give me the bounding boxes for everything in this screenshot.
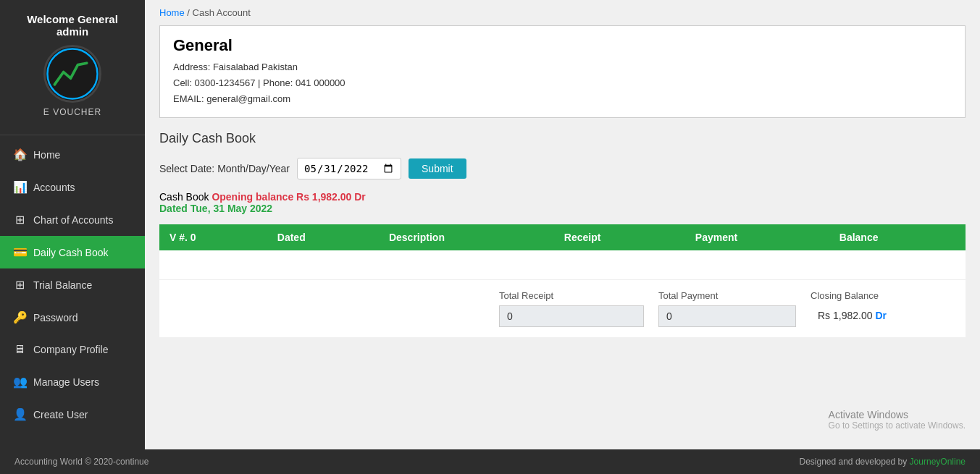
total-payment-col: Total Payment 0 [651, 290, 803, 327]
sidebar-divider [0, 135, 145, 135]
page-title: Daily Cash Book [159, 131, 966, 146]
filter-label: Select Date: Month/Day/Year [159, 163, 290, 174]
total-payment-label: Total Payment [658, 290, 796, 301]
logo [43, 45, 101, 103]
main-content: Home / Cash Account General Address: Fai… [145, 0, 980, 449]
closing-balance-col: Closing Balance Rs 1,982.00 Dr [803, 290, 955, 327]
sidebar-item-password-label: Password [33, 312, 78, 323]
opening-balance: Cash Book Opening balance Rs 1,982.00 Dr… [159, 191, 966, 214]
sidebar-item-home[interactable]: 🏠 Home [0, 138, 145, 171]
date-input[interactable] [297, 158, 401, 179]
breadcrumb-separator: / [187, 7, 190, 18]
company-profile-icon: 🖥 [13, 343, 26, 356]
total-receipt-value: 0 [499, 305, 644, 327]
sidebar-item-accounts[interactable]: 📊 Accounts [0, 171, 145, 203]
footer-right-text: Designed and developed by [799, 457, 909, 467]
filter-row: Select Date: Month/Day/Year Submit [159, 158, 966, 179]
sidebar-nav: 🏠 Home 📊 Accounts ⊞ Chart of Accounts 💳 … [0, 138, 145, 431]
col-payment: Payment [685, 224, 829, 250]
sidebar-item-create-user[interactable]: 👤 Create User [0, 398, 145, 431]
closing-balance-amount: Rs 1,982.00 [818, 310, 873, 321]
table-head: V #. 0 Dated Description Receipt Payment… [159, 224, 966, 250]
sidebar-item-password[interactable]: 🔑 Password [0, 301, 145, 334]
sidebar-item-manage-users[interactable]: 👥 Manage Users [0, 365, 145, 398]
total-receipt-label: Total Receipt [499, 290, 644, 301]
sidebar-header: Welcome General admin E VOUCHER [0, 0, 145, 132]
manage-users-icon: 👥 [13, 375, 26, 389]
col-description: Description [379, 224, 554, 250]
accounts-icon: 📊 [13, 180, 26, 194]
opening-balance-amount: Opening balance Rs 1,982.00 Dr [212, 191, 365, 203]
opening-balance-prefix: Cash Book [159, 191, 212, 203]
sidebar-item-trial-balance-label: Trial Balance [33, 279, 92, 291]
company-address: Address: Faisalabad Pakistan [173, 59, 952, 75]
footer-left: Accounting World © 2020-continue [14, 457, 148, 467]
sidebar-item-daily-cash-book-label: Daily Cash Book [33, 247, 109, 258]
table-row [159, 250, 966, 279]
submit-button[interactable]: Submit [409, 158, 466, 179]
sidebar-item-chart-of-accounts[interactable]: ⊞ Chart of Accounts [0, 203, 145, 236]
welcome-text: Welcome General admin [7, 13, 138, 38]
home-icon: 🏠 [13, 148, 26, 161]
breadcrumb-current: Cash Account [193, 7, 251, 18]
cash-book-icon: 💳 [13, 245, 26, 259]
sidebar: Welcome General admin E VOUCHER 🏠 Home 📊… [0, 0, 145, 449]
closing-balance-dr: Dr [875, 310, 887, 321]
col-receipt: Receipt [554, 224, 685, 250]
breadcrumb: Home / Cash Account [145, 0, 980, 25]
create-user-icon: 👤 [13, 407, 26, 421]
opening-balance-date: Dated Tue, 31 May 2022 [159, 203, 966, 214]
totals-section: Total Receipt 0 Total Payment 0 Closing … [159, 280, 966, 337]
company-cell-phone: Cell: 0300-1234567 | Phone: 041 000000 [173, 75, 952, 91]
footer-right: Designed and developed by JourneyOnline [799, 457, 966, 467]
sidebar-item-accounts-label: Accounts [33, 182, 75, 193]
col-balance: Balance [829, 224, 966, 250]
sidebar-item-manage-users-label: Manage Users [33, 376, 99, 388]
col-vno: V #. 0 [159, 224, 267, 250]
col-dated: Dated [267, 224, 379, 250]
sidebar-item-daily-cash-book[interactable]: 💳 Daily Cash Book [0, 236, 145, 268]
table-body [159, 250, 966, 279]
table-header-row: V #. 0 Dated Description Receipt Payment… [159, 224, 966, 250]
company-email: EMAIL: general@gmail.com [173, 91, 952, 107]
brand-name: E VOUCHER [7, 107, 138, 117]
sidebar-item-chart-label: Chart of Accounts [33, 214, 114, 226]
company-name: General [173, 36, 952, 55]
breadcrumb-home[interactable]: Home [159, 7, 185, 18]
closing-balance-label: Closing Balance [811, 290, 948, 301]
cash-table: V #. 0 Dated Description Receipt Payment… [159, 224, 966, 280]
trial-balance-icon: ⊞ [13, 278, 26, 292]
footer: Accounting World © 2020-continue Designe… [0, 449, 980, 474]
company-card: General Address: Faisalabad Pakistan Cel… [159, 25, 966, 118]
sidebar-item-home-label: Home [33, 149, 60, 161]
sidebar-item-company-profile-label: Company Profile [33, 344, 109, 355]
sidebar-item-trial-balance[interactable]: ⊞ Trial Balance [0, 268, 145, 301]
total-payment-value: 0 [658, 305, 796, 327]
page-content: General Address: Faisalabad Pakistan Cel… [145, 25, 980, 449]
logo-svg [46, 47, 99, 101]
sidebar-item-company-profile[interactable]: 🖥 Company Profile [0, 334, 145, 365]
company-info: Address: Faisalabad Pakistan Cell: 0300-… [173, 59, 952, 107]
chart-icon: ⊞ [13, 213, 26, 227]
total-receipt-col: Total Receipt 0 [499, 290, 651, 327]
table-wrapper: V #. 0 Dated Description Receipt Payment… [159, 224, 966, 337]
password-icon: 🔑 [13, 310, 26, 324]
footer-right-link[interactable]: JourneyOnline [910, 457, 966, 467]
closing-balance-value: Rs 1,982.00 Dr [811, 305, 948, 326]
sidebar-item-create-user-label: Create User [33, 409, 88, 420]
